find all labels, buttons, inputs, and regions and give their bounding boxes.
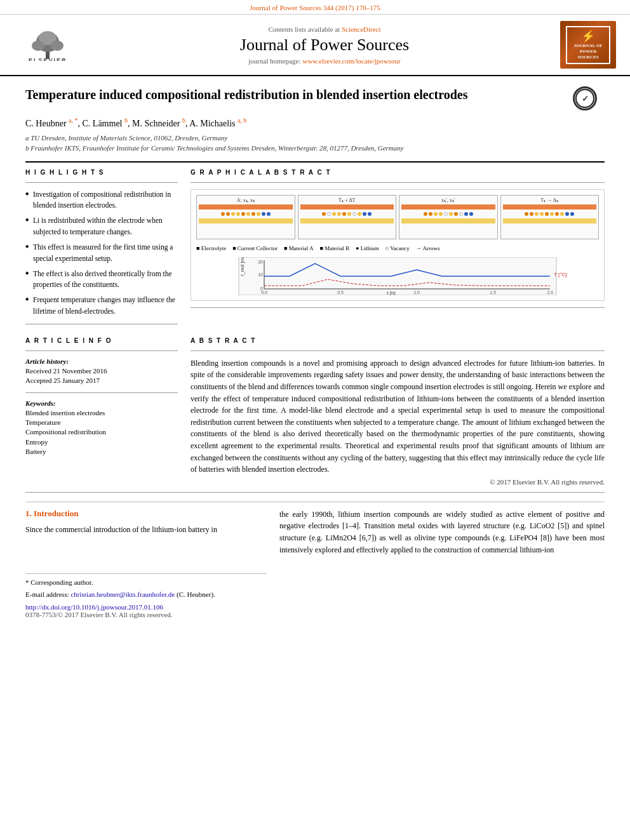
highlight-item-5: Frequent temperature changes may influen… [25,295,178,317]
highlight-item-3: This effect is measured for the first ti… [25,242,178,265]
ga-legend-arrows: → Arrows [416,245,440,251]
ga-dot [560,212,564,216]
bolt-icon: ⚡ [581,29,595,43]
issn-line: 0378-7753/© 2017 Elsevier B.V. All right… [25,611,267,618]
ga-panel-1: A: x₁, x₂ [196,195,295,239]
homepage-url[interactable]: www.elsevier.com/locate/jpowsour [302,57,400,65]
svg-text:1.0: 1.0 [413,290,420,295]
ga-dot [226,212,230,216]
svg-text:0.0: 0.0 [261,290,267,295]
ga-dot [525,212,528,216]
ga-dots-4 [503,211,597,217]
ga-bar-bottom-3 [401,218,495,223]
ga-dot [262,212,265,216]
abstract-text: Blending insertion compounds is a novel … [191,357,605,476]
sciencedirect-link[interactable]: ScienceDirect [342,25,381,33]
email-line: E-mail address: christian.heubner@ikts.f… [25,590,267,599]
abstract-column: A B S T R A C T Blending insertion compo… [191,337,605,486]
ga-panel-1-label: A: x₁, x₂ [199,197,293,203]
ga-dots-1 [199,211,293,217]
crossmark-area: ✓ [573,86,605,110]
graphical-abstract-content: A: x₁, x₂ [196,195,599,295]
svg-text:1.5: 1.5 [490,290,496,295]
introduction-left: 1. Introduction Since the commercial int… [25,509,267,618]
svg-text:T [°C]: T [°C] [554,272,566,277]
article-info-divider [25,350,178,351]
ga-dot [449,212,453,216]
homepage-line: journal homepage: www.elsevier.com/locat… [95,57,554,65]
ga-dot [545,212,549,216]
introduction-section: 1. Introduction Since the commercial int… [25,502,605,618]
ga-dot [332,212,336,216]
svg-point-4 [51,41,64,51]
article-header: Temperature induced compositional redist… [25,86,605,110]
highlight-item-4: The effect is also derived theoretically… [25,269,178,291]
ga-dot [267,212,271,216]
svg-text:20: 20 [258,260,263,264]
doi-link[interactable]: http://dx.doi.org/10.1016/j.jpowsour.201… [25,603,163,611]
ga-bar-bottom-4 [503,218,597,223]
highlights-divider [25,182,178,183]
highlights-column: H I G H L I G H T S Investigation of com… [25,169,178,331]
ga-panel-4-label: T₁ → A₁ [503,197,597,203]
ga-dot [368,212,372,216]
svg-text:✓: ✓ [582,94,589,103]
article-title: Temperature induced compositional redist… [25,86,468,103]
journal-logo-right-area: ⚡ JOURNAL OFPOWERSOURCES [560,21,617,69]
section-title: 1. Introduction [25,509,267,519]
email-link[interactable]: christian.heubner@ikts.fraunhofer.de [70,590,175,598]
introduction-text-left: Since the commercial introduction of the… [25,524,267,536]
article-info-column: A R T I C L E I N F O Article history: R… [25,337,178,486]
elsevier-logo: ELSEVIER [13,26,83,64]
ga-dot [530,212,533,216]
ga-legend-electrode: ■ Electrolyte [196,245,226,251]
introduction-text-right: the early 1990th, lithium insertion comp… [279,509,605,556]
ga-legend-mat-a: ■ Material A [284,245,313,251]
ga-dot [347,212,351,216]
ga-dot [535,212,539,216]
journal-logo-image: ⚡ JOURNAL OFPOWERSOURCES [560,21,616,69]
ga-bar-top-1 [199,204,293,210]
corresponding-author: * Corresponding author. [25,578,267,587]
history-label: Article history: [25,357,178,365]
ga-dots-3 [401,211,495,217]
ga-panel-2-label: T₁ + ΔT [300,197,394,203]
ga-dot [358,212,361,216]
footnotes-area: * Corresponding author. E-mail address: … [25,573,267,618]
svg-point-3 [32,41,44,51]
ga-panel-3-label: x₁′, x₂′ [401,197,495,203]
highlights-list: Investigation of compositional redistrib… [25,189,178,317]
crossmark-icon[interactable]: ✓ [573,86,597,110]
svg-text:10: 10 [258,272,263,277]
contents-label: Contents lists available at [268,25,340,33]
ga-dot [464,212,468,216]
ga-dot [251,212,255,216]
ga-legend: ■ Electrolyte ■ Current Collector ■ Mate… [196,245,599,251]
header-center: Contents lists available at ScienceDirec… [95,25,554,65]
ga-dot [570,212,574,216]
email-suffix: (C. Heubner). [177,590,215,598]
ga-dot [469,212,473,216]
ga-dot [429,212,432,216]
ga-dot [327,212,331,216]
elsevier-logo-area: ELSEVIER [13,26,89,64]
elsevier-tree-icon: ELSEVIER [25,29,70,61]
ga-dot [555,212,559,216]
crossmark-svg: ✓ [575,88,595,109]
keywords-label: Keywords: [25,399,178,407]
main-content: Temperature induced compositional redist… [0,76,630,631]
svg-text:0.5: 0.5 [337,290,344,295]
ga-bar-top-3 [401,204,495,210]
journal-logo-text: JOURNAL OFPOWERSOURCES [574,43,603,60]
ga-dot [322,212,326,216]
ga-dot [424,212,427,216]
svg-text:ELSEVIER: ELSEVIER [29,57,67,61]
journal-reference-text: Journal of Power Sources 344 (2017) 170–… [250,4,380,11]
svg-text:2.0: 2.0 [547,290,553,295]
ga-dot [459,212,463,216]
ga-dot [221,212,225,216]
ga-legend-lithium: ● Lithium [356,245,379,251]
ga-legend-current: ■ Current Collector [232,245,278,251]
svg-text:0: 0 [260,286,263,291]
ga-panels-row: A: x₁, x₂ [196,195,599,239]
